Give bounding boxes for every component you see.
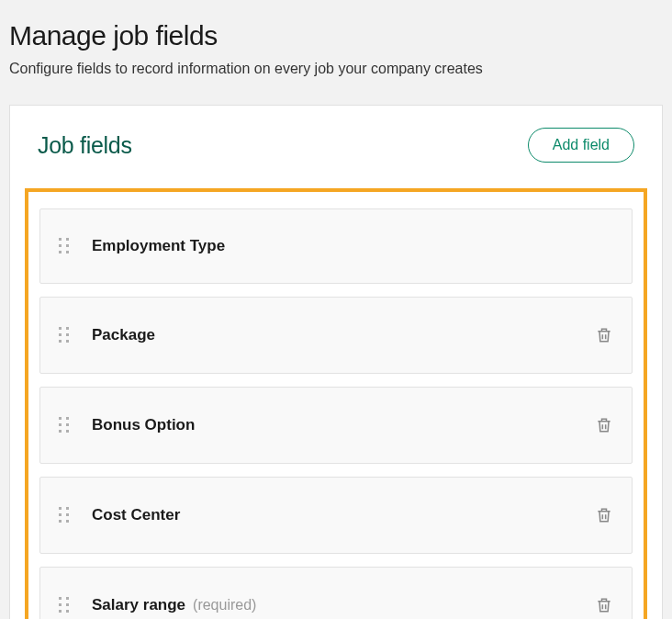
drag-handle-icon[interactable] (59, 238, 70, 254)
card-title: Job fields (38, 132, 132, 159)
trash-icon[interactable] (595, 325, 613, 345)
field-label: Bonus Option (92, 416, 195, 434)
job-fields-card: Job fields Add field Employment Type (9, 105, 663, 619)
page-title: Manage job fields (9, 20, 663, 51)
field-row[interactable]: Salary range (required) (39, 567, 633, 619)
trash-icon[interactable] (595, 415, 613, 435)
trash-icon[interactable] (595, 595, 613, 615)
field-label: Salary range (92, 596, 185, 614)
field-row[interactable]: Package (39, 297, 633, 374)
required-tag: (required) (193, 597, 256, 613)
field-row[interactable]: Bonus Option (39, 387, 633, 464)
drag-handle-icon[interactable] (59, 327, 70, 343)
field-row[interactable]: Cost Center (39, 477, 633, 554)
trash-icon[interactable] (595, 505, 613, 525)
fields-highlight-box: Employment Type Package (25, 188, 647, 619)
card-header: Job fields Add field (10, 106, 662, 177)
drag-handle-icon[interactable] (59, 417, 70, 433)
drag-handle-icon[interactable] (59, 507, 70, 523)
field-label: Employment Type (92, 237, 225, 255)
add-field-button[interactable]: Add field (528, 128, 634, 163)
drag-handle-icon[interactable] (59, 597, 70, 613)
field-label: Cost Center (92, 506, 180, 524)
field-row[interactable]: Employment Type (39, 208, 633, 284)
page-subtitle: Configure fields to record information o… (9, 61, 663, 77)
field-label: Package (92, 326, 155, 344)
